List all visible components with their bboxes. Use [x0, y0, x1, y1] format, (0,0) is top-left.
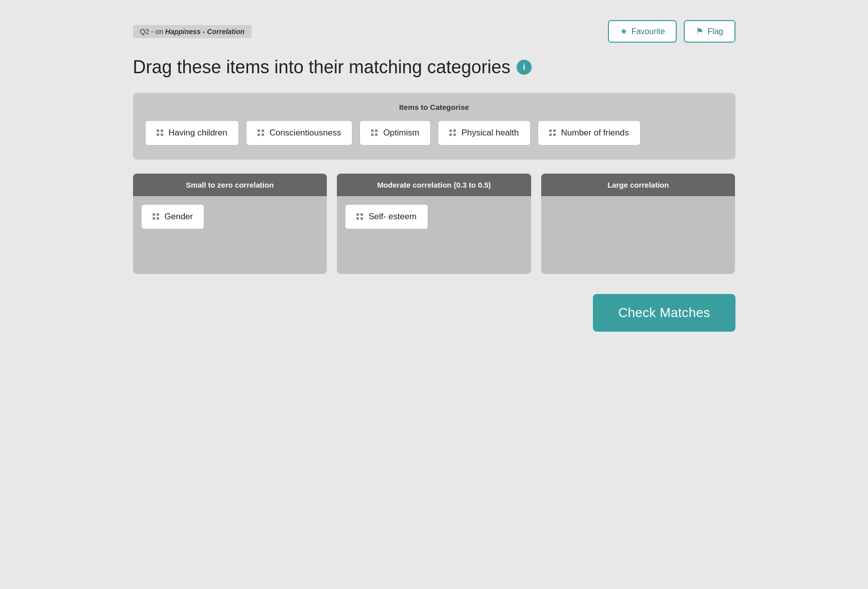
category-header: Small to zero correlation	[133, 174, 327, 196]
drag-item-label: Number of friends	[561, 128, 629, 138]
category-body[interactable]: Gender	[133, 196, 327, 271]
category-header: Large correlation	[541, 174, 735, 196]
drag-handle-icon	[153, 213, 160, 220]
items-grid: Having childrenConscientiousnessOptimism…	[145, 120, 723, 145]
drag-item[interactable]: Optimism	[359, 120, 431, 145]
page-container: Q2 - on Happiness - Correlation ★ Favour…	[133, 20, 735, 332]
drag-item[interactable]: Having children	[145, 120, 239, 145]
category-header: Moderate correlation (0.3 to 0.5)	[337, 174, 531, 196]
page-title: Drag these items into their matching cat…	[133, 57, 735, 78]
drag-handle-icon	[258, 129, 265, 136]
favourite-button[interactable]: ★ Favourite	[608, 20, 677, 43]
flag-button[interactable]: ⚑ Flag	[684, 20, 735, 43]
top-actions: ★ Favourite ⚑ Flag	[608, 20, 735, 43]
drag-item-label: Physical health	[461, 128, 519, 138]
drag-item[interactable]: Gender	[141, 204, 205, 229]
items-header: Items to Categorise	[145, 103, 723, 111]
items-container: Items to Categorise Having childrenConsc…	[133, 93, 735, 160]
info-icon[interactable]: i	[517, 60, 532, 75]
category-box: Moderate correlation (0.3 to 0.5)Self- e…	[337, 174, 531, 274]
categories-row: Small to zero correlationGenderModerate …	[133, 174, 735, 274]
drag-handle-icon	[449, 129, 456, 136]
drag-item-label: Optimism	[383, 128, 419, 138]
category-box: Large correlation	[541, 174, 735, 274]
category-box: Small to zero correlationGender	[133, 174, 327, 274]
bottom-bar: Check Matches	[133, 294, 735, 332]
drag-item-label: Gender	[165, 212, 193, 222]
flag-icon: ⚑	[696, 26, 703, 37]
question-tag: Q2 - on Happiness - Correlation	[133, 25, 252, 38]
drag-handle-icon	[157, 129, 164, 136]
drag-item-label: Self- esteem	[368, 212, 416, 222]
star-icon: ★	[620, 26, 628, 37]
page-title-text: Drag these items into their matching cat…	[133, 57, 511, 78]
drag-handle-icon	[371, 129, 378, 136]
drag-item[interactable]: Number of friends	[538, 120, 641, 145]
drag-item[interactable]: Self- esteem	[345, 204, 428, 229]
check-matches-button[interactable]: Check Matches	[593, 294, 735, 332]
drag-item-label: Conscientiousness	[270, 128, 341, 138]
drag-item[interactable]: Physical health	[438, 120, 530, 145]
drag-item-label: Having children	[169, 128, 227, 138]
favourite-label: Favourite	[632, 27, 665, 36]
category-body[interactable]: Self- esteem	[337, 196, 531, 271]
category-body[interactable]	[541, 196, 735, 271]
drag-handle-icon	[549, 129, 556, 136]
drag-item[interactable]: Conscientiousness	[246, 120, 353, 145]
flag-label: Flag	[707, 27, 723, 36]
top-bar: Q2 - on Happiness - Correlation ★ Favour…	[133, 20, 735, 43]
drag-handle-icon	[356, 213, 363, 220]
